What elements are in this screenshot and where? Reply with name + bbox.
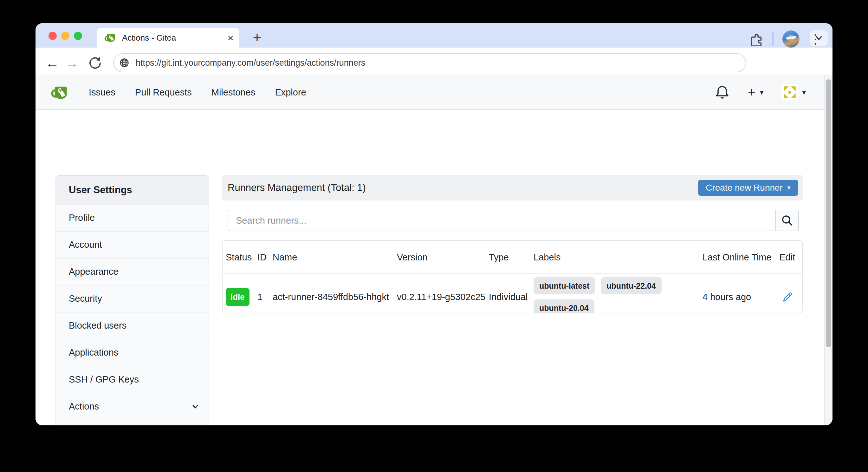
col-last-online-time: Last Online Time — [703, 241, 775, 273]
browser-window: Actions - Gitea × + ← → — [35, 23, 833, 425]
user-menu[interactable]: ▾ — [782, 84, 806, 100]
create-new-menu[interactable]: + ▾ — [747, 86, 764, 99]
label-badge: ubuntu-22.04 — [601, 277, 662, 294]
gitea-logo-icon[interactable] — [51, 83, 69, 101]
sidebar-item-ssh-gpg-keys[interactable]: SSH / GPG Keys — [56, 366, 209, 393]
sidebar-subitem-runners[interactable]: Runners — [56, 422, 209, 425]
col-name: Name — [273, 241, 397, 273]
browser-menu-button[interactable]: ⋮ — [809, 33, 822, 46]
settings-sidebar: User Settings Profile Account Appearance… — [56, 175, 209, 425]
user-avatar-identicon — [782, 84, 798, 100]
traffic-light-minimize-button[interactable] — [61, 32, 69, 40]
col-status: Status — [226, 241, 257, 273]
runner-search — [228, 210, 799, 231]
col-type: Type — [489, 241, 533, 273]
new-tab-button[interactable]: + — [249, 29, 266, 46]
runners-table: Status ID Name Version Type Labels Last … — [222, 240, 803, 314]
reload-icon — [87, 55, 102, 69]
sidebar-item-profile[interactable]: Profile — [56, 204, 209, 231]
search-button[interactable] — [775, 210, 798, 231]
forward-button[interactable]: → — [65, 56, 79, 70]
runner-labels-cell: ubuntu-latest ubuntu-22.04 ubuntu-20.04 — [533, 274, 703, 314]
browser-tab-active[interactable]: Actions - Gitea × — [97, 28, 239, 48]
edit-pencil-icon[interactable] — [781, 291, 794, 303]
page-title: Runners Management (Total: 1) — [228, 182, 366, 194]
notifications-bell-icon[interactable] — [715, 85, 729, 100]
reload-button[interactable] — [87, 55, 102, 69]
search-input[interactable] — [228, 210, 775, 231]
desktop-background: Actions - Gitea × + ← → — [0, 0, 868, 472]
plus-icon: + — [747, 86, 755, 99]
caret-down-icon: ▾ — [760, 89, 764, 96]
sidebar-item-applications[interactable]: Applications — [56, 339, 209, 366]
col-version: Version — [397, 241, 489, 273]
tab-close-icon[interactable]: × — [227, 32, 234, 43]
col-edit: Edit — [775, 241, 799, 273]
caret-down-icon: ▾ — [787, 184, 790, 191]
toolbar-right-controls: ⋮ — [748, 30, 833, 49]
page-scrollbar-track — [824, 75, 833, 425]
runners-section-header: Runners Management (Total: 1) Create new… — [222, 175, 803, 201]
gitea-navbar: Issues Pull Requests Milestones Explore … — [35, 75, 833, 110]
runner-version-cell: v0.2.11+19-g5302c25 — [397, 291, 485, 303]
browser-profile-avatar[interactable] — [782, 30, 800, 48]
sidebar-item-blocked-users[interactable]: Blocked users — [56, 312, 209, 339]
navbar-right: + ▾ — [715, 84, 806, 100]
create-new-runner-button[interactable]: Create new Runner ▾ — [698, 180, 798, 196]
col-id: ID — [257, 241, 273, 273]
page-viewport: Issues Pull Requests Milestones Explore … — [35, 75, 833, 425]
gitea-favicon-icon — [104, 32, 116, 44]
actions-submenu: Runners Secrets Variables — [56, 420, 209, 425]
sidebar-item-appearance[interactable]: Appearance — [56, 258, 209, 285]
address-bar[interactable]: https://git.int.yourcompany.com/user/set… — [113, 53, 746, 72]
table-row: Idle 1 act-runner-8459ffdb56-hhgkt v0.2.… — [222, 274, 802, 313]
sidebar-item-account[interactable]: Account — [56, 231, 209, 258]
pinned-extension-divider — [772, 32, 774, 46]
runner-edit-cell — [775, 274, 799, 314]
chevron-down-icon — [191, 402, 200, 411]
sidebar-item-actions[interactable]: Actions — [56, 393, 209, 420]
url-text: https://git.int.yourcompany.com/user/set… — [136, 58, 365, 68]
col-labels: Labels — [533, 241, 703, 273]
runners-main-panel: Runners Management (Total: 1) Create new… — [222, 175, 803, 314]
tab-strip: Actions - Gitea × + — [35, 23, 833, 48]
nav-link-explore[interactable]: Explore — [275, 87, 306, 98]
status-badge: Idle — [226, 288, 249, 306]
back-button[interactable]: ← — [45, 56, 59, 70]
runner-id-cell: 1 — [257, 274, 273, 314]
runner-type-cell: Individual — [489, 274, 533, 314]
search-icon — [781, 214, 794, 227]
nav-link-pull-requests[interactable]: Pull Requests — [135, 87, 192, 98]
nav-link-issues[interactable]: Issues — [89, 87, 115, 98]
browser-toolbar: ← → https://git.int.yourcompany.com/user… — [35, 48, 833, 75]
page-scrollbar-thumb[interactable] — [826, 79, 831, 347]
caret-down-icon: ▾ — [802, 89, 806, 96]
extensions-puzzle-icon[interactable] — [748, 32, 763, 46]
site-globe-icon — [119, 57, 130, 68]
runner-status-cell: Idle — [226, 274, 257, 314]
table-header-row: Status ID Name Version Type Labels Last … — [222, 241, 802, 274]
traffic-light-zoom-button[interactable] — [74, 32, 82, 40]
label-badge: ubuntu-20.04 — [533, 299, 594, 314]
runner-last-online-cell: 4 hours ago — [703, 274, 775, 314]
sidebar-item-security[interactable]: Security — [56, 285, 209, 312]
sidebar-title: User Settings — [56, 176, 209, 204]
tab-title: Actions - Gitea — [122, 33, 227, 43]
runner-name-cell: act-runner-8459ffdb56-hhgkt — [273, 291, 389, 303]
traffic-light-close-button[interactable] — [49, 32, 57, 40]
nav-link-milestones[interactable]: Milestones — [212, 87, 255, 98]
label-badge: ubuntu-latest — [533, 277, 595, 294]
